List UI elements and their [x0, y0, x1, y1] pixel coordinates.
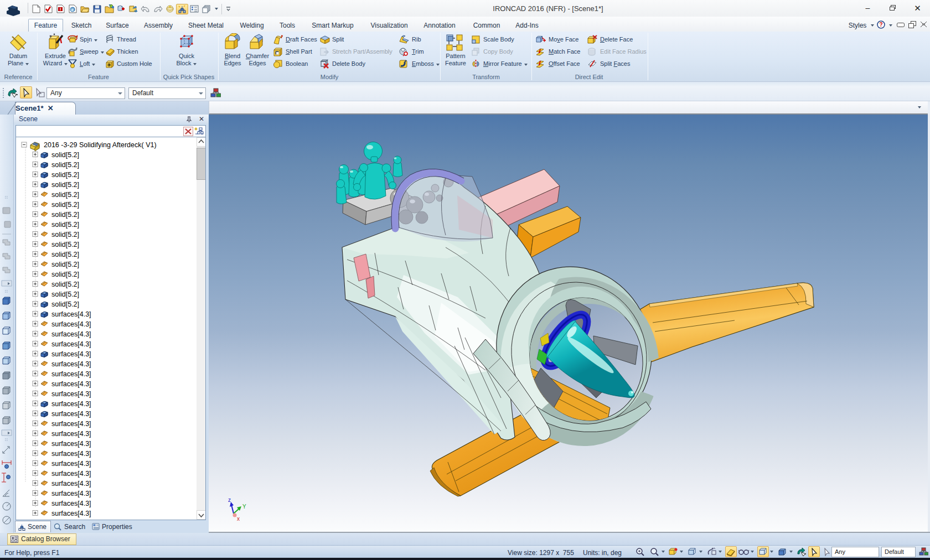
svg-text:surfaces[4.3]: surfaces[4.3]	[51, 500, 91, 507]
svg-text:z: z	[228, 497, 231, 503]
svg-text:solid[5.2]: solid[5.2]	[51, 251, 79, 258]
svg-text:Y: Y	[242, 504, 246, 510]
svg-text:surfaces[4.3]: surfaces[4.3]	[51, 410, 91, 418]
svg-text:solid[5.2]: solid[5.2]	[51, 231, 79, 238]
svg-text:surfaces[4.3]: surfaces[4.3]	[51, 460, 91, 468]
svg-text:solid[5.2]: solid[5.2]	[51, 271, 79, 278]
svg-text:solid[5.2]: solid[5.2]	[51, 281, 79, 288]
svg-text:surfaces[4.3]: surfaces[4.3]	[51, 370, 91, 378]
svg-text:surfaces[4.3]: surfaces[4.3]	[51, 390, 91, 398]
svg-text:I: I	[60, 7, 61, 11]
svg-text:surfaces[4.3]: surfaces[4.3]	[51, 310, 91, 318]
svg-text:surfaces[4.3]: surfaces[4.3]	[51, 470, 91, 478]
svg-text:surfaces[4.3]: surfaces[4.3]	[51, 340, 91, 348]
svg-text:solid[5.2]: solid[5.2]	[51, 171, 79, 179]
svg-text:surfaces[4.3]: surfaces[4.3]	[51, 320, 91, 328]
svg-text:surfaces[4.3]: surfaces[4.3]	[51, 400, 91, 408]
svg-text:surfaces[4.3]: surfaces[4.3]	[51, 430, 91, 438]
svg-text:2016 -3-29 Solidifying Afterde: 2016 -3-29 Solidifying Afterdeck( V1)	[44, 141, 157, 149]
svg-text:solid[5.2]: solid[5.2]	[51, 261, 79, 268]
svg-text:surfaces[4.3]: surfaces[4.3]	[51, 380, 91, 388]
svg-text:solid[5.2]: solid[5.2]	[51, 300, 79, 308]
svg-text:solid[5.2]: solid[5.2]	[51, 181, 79, 189]
svg-text:solid[5.2]: solid[5.2]	[51, 161, 79, 169]
svg-text:solid[5.2]: solid[5.2]	[51, 221, 79, 229]
svg-text:?: ?	[879, 22, 882, 28]
svg-text:solid[5.2]: solid[5.2]	[51, 201, 79, 209]
svg-text:surfaces[4.3]: surfaces[4.3]	[51, 480, 91, 488]
svg-text:surfaces[4.3]: surfaces[4.3]	[51, 360, 91, 368]
svg-text:surfaces[4.3]: surfaces[4.3]	[51, 420, 91, 428]
svg-text:solid[5.2]: solid[5.2]	[51, 191, 79, 199]
svg-text:surfaces[4.3]: surfaces[4.3]	[51, 350, 91, 358]
svg-text:solid[5.2]: solid[5.2]	[51, 241, 79, 248]
svg-text:solid[5.2]: solid[5.2]	[51, 291, 79, 298]
svg-text:surfaces[4.3]: surfaces[4.3]	[51, 510, 91, 517]
svg-text:solid[5.2]: solid[5.2]	[51, 211, 79, 219]
svg-text:surfaces[4.3]: surfaces[4.3]	[51, 490, 91, 497]
svg-text:surfaces[4.3]: surfaces[4.3]	[51, 440, 91, 448]
svg-text:x: x	[237, 516, 240, 522]
svg-text:surfaces[4.3]: surfaces[4.3]	[51, 330, 91, 338]
svg-text:solid[5.2]: solid[5.2]	[51, 151, 79, 159]
svg-text:surfaces[4.3]: surfaces[4.3]	[51, 450, 91, 458]
